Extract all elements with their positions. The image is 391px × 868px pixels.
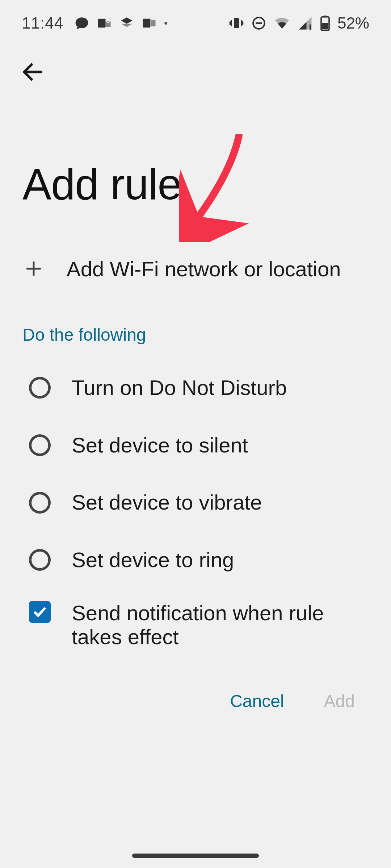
checkbox-checked-icon <box>29 601 51 623</box>
add-wifi-or-location-row[interactable]: Add Wi-Fi network or location <box>0 242 391 296</box>
option-label: Set device to vibrate <box>72 490 369 515</box>
svg-rect-1 <box>143 19 151 28</box>
battery-icon <box>320 15 330 31</box>
outlook-mail-icon <box>97 16 112 31</box>
svg-rect-0 <box>98 19 106 28</box>
page-title: Add rule <box>0 94 391 242</box>
radio-icon <box>29 377 51 399</box>
status-time: 11:44 <box>22 14 63 32</box>
add-wifi-or-location-label: Add Wi-Fi network or location <box>67 257 341 281</box>
battery-percentage: 52% <box>337 14 369 32</box>
more-notifications-dot-icon: • <box>164 17 168 29</box>
svg-rect-2 <box>151 20 155 26</box>
option-vibrate[interactable]: Set device to vibrate <box>0 474 391 531</box>
section-header-do-the-following: Do the following <box>0 296 391 356</box>
svg-rect-6 <box>323 16 327 17</box>
cancel-button[interactable]: Cancel <box>230 691 284 711</box>
wifi-icon <box>274 15 290 31</box>
back-button[interactable] <box>11 51 54 94</box>
svg-rect-3 <box>234 18 239 28</box>
option-send-notification[interactable]: Send notification when rule takes effect <box>0 589 391 666</box>
vibrate-icon <box>229 16 244 31</box>
plus-icon <box>22 258 45 280</box>
options-list: Turn on Do Not Disturb Set device to sil… <box>0 356 391 669</box>
chat-icon <box>74 16 89 31</box>
option-label: Set device to silent <box>72 433 369 458</box>
arrow-back-icon <box>20 59 45 86</box>
option-silent[interactable]: Set device to silent <box>0 417 391 474</box>
gesture-navigation-bar[interactable] <box>132 854 259 858</box>
layers-icon <box>119 16 134 31</box>
option-label: Set device to ring <box>72 548 369 572</box>
svg-rect-7 <box>322 23 328 29</box>
do-not-disturb-icon <box>251 16 266 31</box>
status-bar-right: 52% <box>229 14 369 32</box>
add-button[interactable]: Add <box>324 691 355 711</box>
actions-row: Cancel Add <box>0 669 391 711</box>
option-do-not-disturb[interactable]: Turn on Do Not Disturb <box>0 359 391 417</box>
option-label: Turn on Do Not Disturb <box>72 376 369 400</box>
cellular-signal-icon <box>298 16 313 31</box>
option-ring[interactable]: Set device to ring <box>0 531 391 589</box>
outlook-calendar-icon <box>142 16 157 31</box>
radio-icon <box>29 434 51 456</box>
option-label: Send notification when rule takes effect <box>72 601 369 649</box>
radio-icon <box>29 549 51 571</box>
app-bar <box>0 36 391 94</box>
status-bar: 11:44 • 52% <box>0 0 391 36</box>
radio-icon <box>29 492 51 514</box>
status-bar-left: 11:44 • <box>22 14 168 32</box>
